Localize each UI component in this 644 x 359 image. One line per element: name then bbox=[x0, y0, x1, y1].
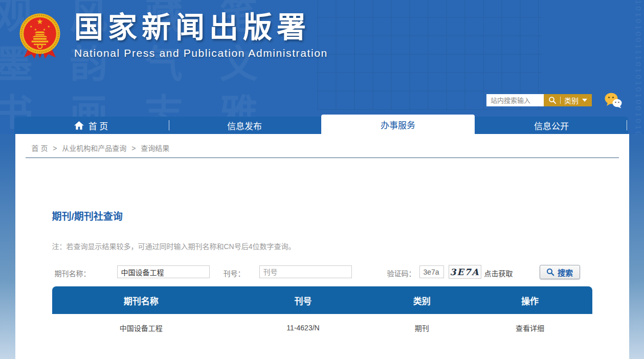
nav-item-news[interactable]: 信息发布 bbox=[168, 117, 321, 134]
category-label[interactable]: 类别 bbox=[564, 95, 579, 105]
view-detail-link[interactable]: 查看详细 bbox=[516, 324, 544, 332]
cell-category: 期刊 bbox=[376, 323, 468, 333]
table-row: 中国设备工程 11-4623/N 期刊 查看详细 bbox=[52, 314, 592, 342]
breadcrumb-home[interactable]: 首 页 bbox=[32, 144, 48, 152]
nav-divider bbox=[627, 120, 627, 130]
column-header: 类别 bbox=[376, 294, 468, 307]
cell-issn: 11-4623/N bbox=[230, 324, 376, 332]
search-icon[interactable] bbox=[548, 96, 557, 104]
column-header: 操作 bbox=[468, 294, 592, 307]
site-subtitle: National Press and Publication Administr… bbox=[74, 47, 328, 59]
nav-item-label: 办事服务 bbox=[381, 118, 415, 131]
chevron-down-icon[interactable] bbox=[582, 99, 587, 102]
query-note: 注：若查询显示结果较多，可通过同时输入期刊名称和CN号后4位数字查询。 bbox=[52, 241, 629, 251]
captcha-image[interactable]: 3E7A bbox=[449, 265, 481, 279]
site-search: 类别 bbox=[486, 94, 592, 106]
issn-input[interactable] bbox=[259, 265, 352, 278]
main-content: 首 页 > 从业机构和产品查询 > 查询结果 期刊/期刊社查询 注：若查询显示结… bbox=[15, 134, 629, 359]
nav-item-label: 首 页 bbox=[88, 119, 108, 132]
site-brand[interactable]: 国家新闻出版署 National Press and Publication A… bbox=[18, 10, 328, 61]
home-icon bbox=[74, 121, 84, 130]
search-icon bbox=[546, 268, 554, 276]
decorative-grid-texture bbox=[317, 0, 542, 110]
main-nav: 首 页 信息发布 办事服务 信息公开 bbox=[14, 117, 628, 134]
captcha-label: 验证码： bbox=[387, 268, 416, 278]
breadcrumb-separator: > bbox=[131, 144, 136, 152]
nav-item-label: 信息公开 bbox=[534, 119, 569, 132]
site-search-input[interactable] bbox=[486, 94, 544, 106]
divider bbox=[560, 97, 561, 104]
divider bbox=[26, 158, 619, 158]
site-title: 国家新闻出版署 bbox=[74, 10, 328, 44]
search-button-label: 搜索 bbox=[558, 267, 573, 278]
search-form: 期刊名称： 刊号： 验证码： 3E7A 点击获取 搜索 bbox=[15, 264, 629, 282]
journal-name-label: 期刊名称： bbox=[55, 268, 91, 278]
national-emblem-icon bbox=[18, 10, 62, 61]
captcha-refresh-link[interactable]: 点击获取 bbox=[484, 268, 513, 278]
results-table: 期刊名称 刊号 类别 操作 中国设备工程 11-4623/N 期刊 查看详细 bbox=[52, 286, 592, 342]
search-button[interactable]: 搜索 bbox=[540, 265, 580, 279]
nav-item-home[interactable]: 首 页 bbox=[14, 117, 168, 134]
breadcrumb-query[interactable]: 从业机构和产品查询 bbox=[62, 144, 126, 152]
search-category-selector[interactable]: 类别 bbox=[544, 94, 592, 106]
column-header: 期刊名称 bbox=[52, 294, 230, 307]
cell-journal-name: 中国设备工程 bbox=[52, 323, 230, 333]
captcha-input[interactable] bbox=[419, 265, 444, 278]
decorative-binary-texture: 1010100111010101001010101110101010010101… bbox=[605, 0, 644, 134]
column-header: 刊号 bbox=[230, 294, 376, 307]
wechat-icon[interactable] bbox=[604, 92, 623, 108]
nav-item-disclosure[interactable]: 信息公开 bbox=[475, 117, 628, 134]
breadcrumb: 首 页 > 从业机构和产品查询 > 查询结果 bbox=[15, 134, 629, 153]
table-header-row: 期刊名称 刊号 类别 操作 bbox=[52, 286, 592, 314]
breadcrumb-separator: > bbox=[53, 144, 57, 152]
breadcrumb-current: 查询结果 bbox=[141, 144, 169, 152]
nav-item-services[interactable]: 办事服务 bbox=[321, 115, 475, 134]
nav-item-label: 信息发布 bbox=[227, 119, 262, 132]
nav-divider bbox=[169, 120, 169, 130]
page-title: 期刊/期刊社查询 bbox=[52, 209, 629, 222]
issn-label: 刊号： bbox=[224, 268, 245, 278]
journal-name-input[interactable] bbox=[117, 265, 210, 278]
site-header: 观 风 藏 笔 墨 韵 气 文 书 画 志 雅 颂 礼 乐 诗 10101001… bbox=[0, 0, 644, 134]
